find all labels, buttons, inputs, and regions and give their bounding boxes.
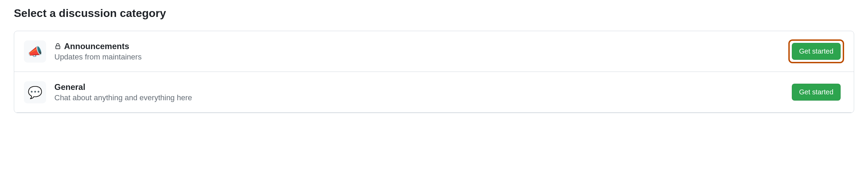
- highlight-outline: Get started: [788, 39, 844, 63]
- category-info: General Chat about anything and everythi…: [54, 82, 780, 102]
- category-row-announcements: 📣 Announcements Updates from maintainers…: [14, 31, 854, 72]
- megaphone-icon: 📣: [24, 40, 46, 63]
- page-title: Select a discussion category: [14, 7, 854, 20]
- category-list: 📣 Announcements Updates from maintainers…: [14, 31, 854, 113]
- get-started-button[interactable]: Get started: [792, 84, 841, 101]
- category-name: Announcements: [64, 41, 129, 51]
- speech-bubble-icon: 💬: [24, 81, 46, 103]
- category-info: Announcements Updates from maintainers: [54, 41, 780, 62]
- lock-icon: [54, 43, 61, 50]
- button-wrap: Get started: [788, 80, 844, 104]
- category-title-line: Announcements: [54, 41, 780, 51]
- category-description: Chat about anything and everything here: [54, 93, 780, 102]
- category-name: General: [54, 82, 85, 92]
- category-description: Updates from maintainers: [54, 53, 780, 62]
- category-title-line: General: [54, 82, 780, 92]
- category-row-general: 💬 General Chat about anything and everyt…: [14, 72, 854, 113]
- get-started-button[interactable]: Get started: [792, 43, 841, 60]
